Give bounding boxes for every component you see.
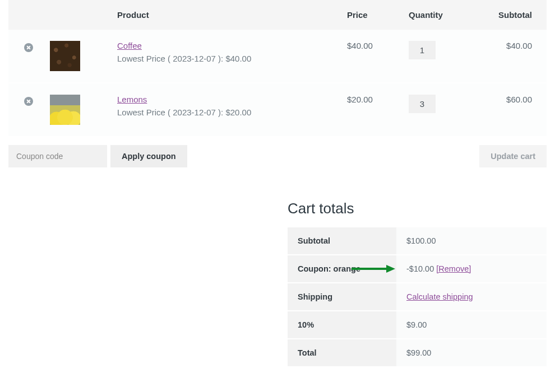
subtotal-label: Subtotal bbox=[288, 227, 396, 255]
product-thumbnail[interactable] bbox=[50, 41, 80, 71]
col-thumb-header bbox=[42, 0, 109, 30]
lowest-price-note: Lowest Price ( 2023-12-07 ): $40.00 bbox=[117, 54, 331, 63]
totals-table: Subtotal $100.00 Coupon: orange -$10.00 … bbox=[288, 227, 547, 366]
lowest-price-note: Lowest Price ( 2023-12-07 ): $20.00 bbox=[117, 108, 331, 117]
cart-row: Lemons Lowest Price ( 2023-12-07 ): $20.… bbox=[8, 83, 547, 137]
item-subtotal: $60.00 bbox=[474, 83, 547, 137]
cart-items: Coffee Lowest Price ( 2023-12-07 ): $40.… bbox=[8, 30, 547, 137]
item-price: $20.00 bbox=[339, 83, 401, 137]
col-subtotal-header: Subtotal bbox=[474, 0, 547, 30]
shipping-label: Shipping bbox=[288, 283, 396, 311]
col-price-header: Price bbox=[339, 0, 401, 30]
product-thumbnail[interactable] bbox=[50, 95, 80, 125]
coupon-discount-value: -$10.00 bbox=[406, 264, 436, 273]
total-value: $99.00 bbox=[396, 339, 547, 366]
cart-actions: Apply coupon Update cart bbox=[8, 145, 547, 167]
col-product-header: Product bbox=[109, 0, 339, 30]
tax-value: $9.00 bbox=[396, 311, 547, 339]
col-remove-header bbox=[8, 0, 42, 30]
coupon-label: Coupon: orange bbox=[288, 255, 396, 283]
cart-totals: Cart totals Subtotal $100.00 Coupon: ora… bbox=[288, 200, 547, 366]
coupon-code-input[interactable] bbox=[8, 145, 107, 167]
item-subtotal: $40.00 bbox=[474, 30, 547, 83]
tax-label: 10% bbox=[288, 311, 396, 339]
col-quantity-header: Quantity bbox=[401, 0, 474, 30]
product-link[interactable]: Lemons bbox=[117, 95, 147, 104]
update-cart-button[interactable]: Update cart bbox=[479, 145, 547, 167]
quantity-input[interactable] bbox=[409, 95, 436, 113]
quantity-input[interactable] bbox=[409, 41, 436, 59]
apply-coupon-button[interactable]: Apply coupon bbox=[110, 145, 187, 167]
cart-totals-title: Cart totals bbox=[288, 200, 547, 217]
remove-coupon-link[interactable]: [Remove] bbox=[436, 264, 471, 273]
product-link[interactable]: Coffee bbox=[117, 41, 142, 50]
remove-item-button[interactable] bbox=[24, 43, 33, 52]
calculate-shipping-link[interactable]: Calculate shipping bbox=[406, 292, 473, 301]
item-price: $40.00 bbox=[339, 30, 401, 83]
coupon-value-cell: -$10.00 [Remove] bbox=[396, 255, 547, 283]
remove-item-button[interactable] bbox=[24, 97, 33, 106]
cart-table: Product Price Quantity Subtotal Coffee L… bbox=[8, 0, 547, 137]
cart-row: Coffee Lowest Price ( 2023-12-07 ): $40.… bbox=[8, 30, 547, 83]
subtotal-value: $100.00 bbox=[396, 227, 547, 255]
total-label: Total bbox=[288, 339, 396, 366]
